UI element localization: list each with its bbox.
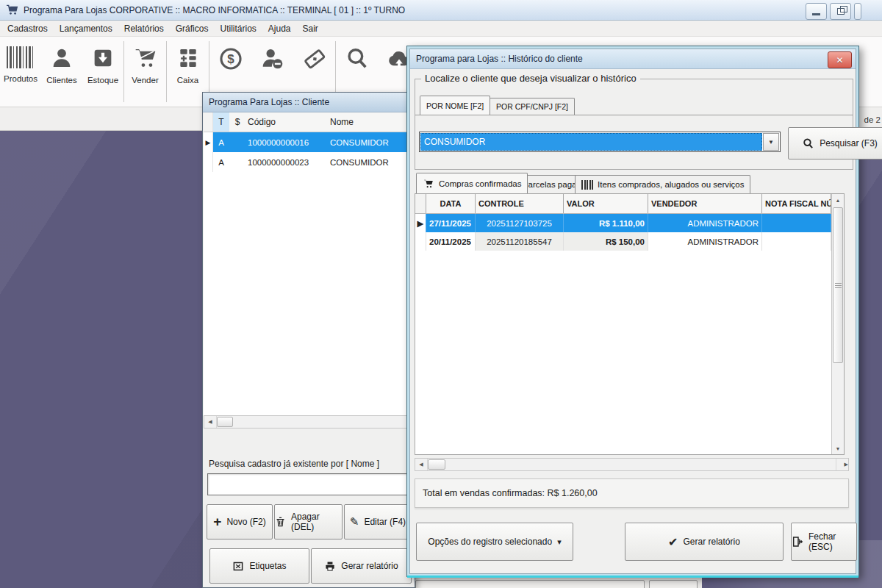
historico-gerar-relatorio-button[interactable]: ✔ Gerar relatório bbox=[625, 523, 784, 561]
menu-item-cadastros[interactable]: Cadastros bbox=[1, 24, 54, 34]
box-down-arrow-icon bbox=[90, 46, 115, 70]
check-icon: ✔ bbox=[668, 535, 678, 549]
scroll-left-arrow[interactable]: ◀ bbox=[204, 416, 217, 428]
button-label: Opções do registro selecionado bbox=[428, 537, 552, 547]
combobox-dropdown-button[interactable]: ▼ bbox=[763, 133, 779, 151]
menu-item-graficos[interactable]: Gráficos bbox=[170, 24, 215, 34]
tab-label: Compras confirmadas bbox=[439, 179, 521, 188]
toolbar-clientes-button[interactable]: Clientes bbox=[41, 37, 82, 107]
toolbar-vender-button[interactable]: Vender bbox=[124, 37, 166, 107]
historico-window-title: Programa para Lojas :: Histórico do clie… bbox=[416, 54, 583, 64]
button-label: Apagar (DEL) bbox=[291, 512, 342, 532]
close-icon: ✕ bbox=[836, 55, 843, 65]
tab-compras-confirmadas[interactable]: Compras confirmadas bbox=[416, 173, 528, 193]
button-label: Editar (F4) bbox=[364, 517, 406, 527]
pesquisar-button[interactable]: Pesquisar (F3) bbox=[788, 127, 882, 159]
column-header-codigo[interactable]: Código bbox=[245, 112, 328, 132]
editar-button[interactable]: ✎ Editar (F4) bbox=[344, 504, 412, 539]
cell-codigo: 1000000000023 bbox=[245, 152, 328, 172]
calculator-icon bbox=[176, 46, 201, 70]
cliente-titlebar[interactable]: Programa Para Lojas :: Cliente bbox=[203, 93, 415, 112]
row-marker bbox=[415, 232, 426, 251]
marker-column-header bbox=[204, 112, 213, 132]
tab-por-nome[interactable]: POR NOME [F2] bbox=[420, 96, 490, 115]
historico-close-button[interactable]: ✕ bbox=[828, 51, 852, 68]
cart-icon bbox=[132, 46, 159, 70]
button-label: Gerar relatório bbox=[684, 537, 740, 547]
restore-button[interactable] bbox=[830, 3, 851, 20]
column-header-nota-fiscal[interactable]: NOTA FISCAL NÚMERO bbox=[762, 194, 831, 213]
cliente-search-input[interactable] bbox=[207, 473, 410, 495]
scroll-thumb[interactable] bbox=[428, 459, 445, 470]
scroll-thumb[interactable] bbox=[217, 417, 233, 427]
toolbar-produtos-button[interactable]: Produtos bbox=[0, 37, 41, 107]
column-header-t[interactable]: T bbox=[213, 112, 229, 132]
scroll-down-arrow[interactable]: ▼ bbox=[832, 442, 844, 454]
fragment-button bbox=[415, 580, 645, 588]
column-header-controle[interactable]: CONTROLE bbox=[476, 194, 564, 213]
main-menubar: Cadastros Lançamentos Relatórios Gráfico… bbox=[0, 21, 882, 37]
restore-icon bbox=[837, 8, 845, 15]
cell-nota bbox=[762, 232, 831, 251]
menu-item-relatorios[interactable]: Relatórios bbox=[118, 24, 170, 34]
historico-titlebar[interactable]: Programa para Lojas :: Histórico do clie… bbox=[410, 49, 856, 69]
button-label: Novo (F2) bbox=[226, 517, 265, 527]
etiquetas-button[interactable]: Etiquetas bbox=[209, 548, 309, 584]
cell-tipo: A bbox=[213, 152, 229, 172]
background-window-fragment bbox=[409, 577, 702, 588]
cliente-combobox[interactable]: CONSUMIDOR ▼ bbox=[419, 132, 781, 152]
groupbox-label: Localize o cliente que deseja visualizar… bbox=[421, 73, 640, 84]
apagar-button[interactable]: Apagar (DEL) bbox=[274, 504, 343, 539]
barcode-icon bbox=[581, 180, 593, 190]
pencil-icon: ✎ bbox=[350, 515, 359, 528]
toolbar-label: Clientes bbox=[46, 76, 77, 85]
svg-text:$: $ bbox=[227, 52, 234, 66]
cliente-window-title: Programa Para Lojas :: Cliente bbox=[209, 97, 329, 107]
ticket-icon bbox=[301, 46, 328, 71]
cliente-table-row[interactable]: A 1000000000023 CONSUMIDOR bbox=[204, 152, 413, 172]
row-marker: ▶ bbox=[415, 214, 426, 232]
scroll-left-arrow[interactable]: ◀ bbox=[415, 459, 428, 470]
toolbar-estoque-button[interactable]: Estoque bbox=[82, 37, 123, 107]
fragment-button bbox=[649, 580, 698, 588]
column-header-money[interactable]: $ bbox=[229, 112, 245, 132]
minimize-button[interactable] bbox=[806, 3, 827, 20]
cart-icon bbox=[423, 179, 434, 189]
tab-label: Itens comprados, alugados ou serviços bbox=[598, 180, 744, 189]
app-logo-icon bbox=[6, 4, 18, 15]
menu-item-lancamentos[interactable]: Lançamentos bbox=[54, 24, 118, 34]
scroll-thumb[interactable] bbox=[833, 207, 843, 363]
column-header-data[interactable]: DATA bbox=[426, 194, 476, 213]
cliente-gerar-relatorio-button[interactable]: Gerar relatório bbox=[311, 548, 412, 584]
menu-item-ajuda[interactable]: Ajuda bbox=[262, 24, 297, 34]
cell-vendedor: ADMINISTRADOR bbox=[648, 214, 762, 232]
main-window-title: Programa Para Lojas CORPORATIVE :: MACRO… bbox=[24, 5, 405, 15]
scroll-right-arrow[interactable]: ▶ bbox=[836, 459, 848, 470]
historico-table-row[interactable]: ▶ 27/11/2025 20251127103725 R$ 1.110,00 … bbox=[415, 214, 831, 232]
opcoes-registro-button[interactable]: Opções do registro selecionado ▾ bbox=[416, 523, 573, 561]
combobox-value: CONSUMIDOR bbox=[420, 133, 762, 151]
column-header-valor[interactable]: VALOR bbox=[564, 194, 648, 213]
menu-item-sair[interactable]: Sair bbox=[297, 24, 324, 34]
novo-button[interactable]: + Novo (F2) bbox=[207, 504, 273, 539]
menu-item-utilitarios[interactable]: Utilitários bbox=[214, 24, 262, 34]
cliente-table-row[interactable]: ▶ A 1000000000016 CONSUMIDOR bbox=[204, 132, 413, 152]
cell-valor: R$ 150,00 bbox=[564, 232, 648, 251]
tab-por-cpf-cnpj[interactable]: POR CPF/CNPJ [F2] bbox=[490, 98, 575, 115]
column-header-vendedor[interactable]: VENDEDOR bbox=[648, 194, 762, 213]
historico-horizontal-scrollbar[interactable]: ◀ ▶ bbox=[415, 458, 849, 471]
cliente-horizontal-scrollbar[interactable]: ◀ bbox=[204, 415, 414, 429]
tab-itens-comprados[interactable]: Itens comprados, alugados ou serviços bbox=[575, 175, 750, 193]
historico-window: Programa para Lojas :: Histórico do clie… bbox=[406, 46, 859, 577]
cell-tipo: A bbox=[213, 132, 229, 152]
cliente-window: Programa Para Lojas :: Cliente T $ Códig… bbox=[202, 92, 415, 588]
button-label: Fechar (ESC) bbox=[808, 531, 856, 552]
close-button-clipped[interactable] bbox=[854, 3, 861, 20]
fechar-button[interactable]: Fechar (ESC) bbox=[791, 523, 857, 561]
column-header-nome[interactable]: Nome bbox=[328, 112, 413, 132]
historico-table-row[interactable]: 20/11/2025 20251120185547 R$ 150,00 ADMI… bbox=[415, 232, 831, 251]
scroll-up-arrow[interactable]: ▲ bbox=[832, 194, 844, 206]
historico-vertical-scrollbar[interactable]: ▲ ▼ bbox=[831, 194, 844, 454]
search-icon bbox=[802, 137, 814, 150]
toolbar-label: Vender bbox=[132, 76, 158, 85]
